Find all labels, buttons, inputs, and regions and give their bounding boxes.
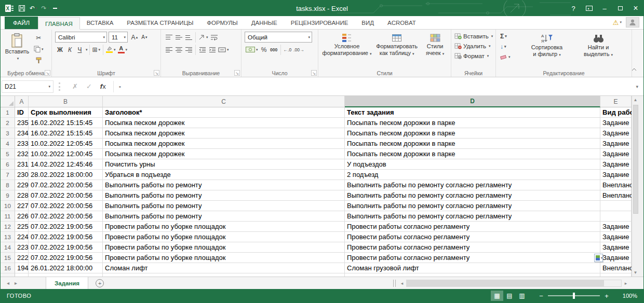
help-button[interactable]: ? [566, 1, 581, 16]
zoom-level[interactable]: 100% [614, 293, 637, 299]
cell-D11[interactable]: Выполнить работы по ремонту согласно рег… [345, 211, 600, 222]
row-header-1[interactable]: 1 [1, 107, 15, 118]
cell-D5[interactable]: Посыпать песком дорожки в парке [345, 149, 600, 159]
align-top-button[interactable] [164, 32, 174, 43]
cell-A12[interactable]: 225 [15, 222, 29, 232]
row-header-13[interactable]: 13 [1, 232, 15, 242]
cell-E4[interactable]: Задание [600, 139, 632, 149]
fill-color-button[interactable]: ▾ [105, 44, 117, 55]
cell-D15[interactable]: Провести работы согласно регламенту [345, 253, 600, 263]
cell-D7[interactable]: 2 подъезд [345, 170, 600, 180]
row-header-7[interactable]: 7 [1, 170, 15, 180]
cell-E14[interactable]: Задание [600, 242, 632, 253]
clear-button[interactable]: ▾ [499, 52, 520, 62]
tab-главная[interactable]: ГЛАВНАЯ [38, 17, 80, 30]
number-dialog-launcher[interactable]: ↘ [311, 70, 317, 76]
cell-A15[interactable]: 222 [15, 253, 29, 263]
cell-B17[interactable] [29, 273, 103, 277]
format-as-table-button[interactable]: Форматировать как таблицу▾ [372, 31, 421, 68]
align-left-button[interactable] [164, 44, 174, 55]
cell-B4[interactable]: 10.02.2022 12:05:45 [29, 139, 103, 149]
cell-A14[interactable]: 223 [15, 242, 29, 253]
cell-E11[interactable] [600, 211, 632, 222]
underline-button[interactable]: Ч [75, 44, 85, 55]
borders-button[interactable]: ⊞▾ [91, 44, 102, 55]
column-header-D[interactable]: D [345, 96, 600, 107]
cell-D4[interactable]: Посыпать песком дорожки в парке [345, 139, 600, 149]
cell-A10[interactable]: 227 [15, 201, 29, 211]
scroll-up-arrow[interactable]: ▲ [634, 96, 638, 104]
cell-C3[interactable]: Посыпка песком дорожек [103, 128, 345, 139]
tab-split-handle[interactable] [393, 280, 396, 287]
font-family-select[interactable]: Calibri▾ [55, 32, 107, 43]
cell-B12[interactable]: 07.02.2022 19:00:56 [29, 222, 103, 232]
row-header-6[interactable]: 6 [1, 159, 15, 170]
row-header-5[interactable]: 5 [1, 149, 15, 159]
cell-E13[interactable]: Задание [600, 232, 632, 242]
delete-cells-button[interactable]: Удалить▾ [454, 41, 493, 51]
cell-D1[interactable]: Текст задания [345, 107, 600, 118]
find-select-button[interactable]: Найти и выделить▾ [574, 31, 623, 68]
cell-B1[interactable]: Срок выполнения [29, 107, 103, 118]
tab-рецензирование[interactable]: РЕЦЕНЗИРОВАНИЕ [284, 17, 355, 29]
scroll-down-arrow[interactable]: ▼ [634, 269, 638, 277]
cell-C17[interactable] [103, 273, 345, 277]
horizontal-scroll-thumb[interactable] [407, 280, 604, 286]
comma-style-button[interactable]: 000 [269, 44, 279, 55]
shrink-font-button[interactable]: А▼ [140, 32, 150, 43]
insert-function-button[interactable]: fx [100, 82, 106, 90]
user-avatar[interactable] [626, 17, 639, 27]
cell-B8[interactable]: 07.02.2022 20:00:56 [29, 180, 103, 190]
grow-font-button[interactable]: А▲ [130, 32, 140, 43]
cell-E17[interactable] [600, 273, 632, 277]
cell-C8[interactable]: Выполнить работы по ремонту [103, 180, 345, 190]
accounting-format-button[interactable]: ▾ [245, 44, 259, 55]
zoom-in-button[interactable]: + [602, 292, 611, 300]
cell-B16[interactable]: 26.01.2022 18:00:00 [29, 263, 103, 273]
scroll-right-arrow[interactable]: ▸ [622, 281, 630, 286]
scroll-left-arrow[interactable]: ◂ [398, 281, 406, 286]
orientation-button[interactable]: ▾ [197, 32, 209, 43]
cell-B15[interactable]: 07.02.2022 19:00:56 [29, 253, 103, 263]
font-dialog-launcher[interactable]: ↘ [154, 70, 159, 76]
tab-вставка[interactable]: ВСТАВКА [80, 17, 120, 29]
format-cells-button[interactable]: Формат▾ [454, 51, 493, 61]
column-header-A[interactable]: A [15, 96, 29, 107]
alignment-dialog-launcher[interactable]: ↘ [234, 70, 240, 76]
cell-A6[interactable]: 231 [15, 159, 29, 170]
formula-bar-resize-handle[interactable] [59, 82, 61, 91]
column-header-C[interactable]: C [103, 96, 345, 107]
tab-acrobat[interactable]: ACROBAT [381, 17, 423, 29]
expand-formula-bar-button[interactable]: ▾ [636, 84, 638, 89]
name-box[interactable]: D21▾ [2, 80, 53, 93]
number-format-select[interactable]: Общий▾ [245, 32, 312, 43]
cell-B3[interactable]: 16.02.2022 15:15:45 [29, 128, 103, 139]
tab-файл[interactable]: ФАЙЛ [5, 17, 38, 29]
cell-C1[interactable]: Заголовок* [103, 107, 345, 118]
cell-E9[interactable]: Внеплановый [600, 190, 632, 201]
cell-D12[interactable]: Провести работы согласно регламенту [345, 222, 600, 232]
merge-center-button[interactable]: ▾ [217, 44, 230, 55]
cell-B10[interactable]: 07.02.2022 20:00:56 [29, 201, 103, 211]
next-sheet-button[interactable]: ▸ [15, 280, 17, 286]
italic-button[interactable]: К [65, 44, 75, 55]
cell-D6[interactable]: У подъездов [345, 159, 600, 170]
tab-данные[interactable]: ДАННЫЕ [245, 17, 284, 29]
tab-вид[interactable]: ВИД [355, 17, 381, 29]
zoom-slider[interactable] [548, 295, 600, 296]
cell-B6[interactable]: 14.02.2022 12:45:46 [29, 159, 103, 170]
copy-button[interactable]: ▾ [33, 44, 45, 54]
wrap-text-button[interactable] [209, 32, 219, 43]
paste-button[interactable]: Вставить ▾ [4, 31, 31, 68]
bold-button[interactable]: Ж [55, 44, 65, 55]
decrease-decimal-button[interactable]: .00→ [292, 44, 305, 55]
row-header-10[interactable]: 10 [1, 201, 15, 211]
align-bottom-button[interactable] [184, 32, 194, 43]
percent-style-button[interactable]: % [259, 44, 269, 55]
cell-C9[interactable]: Выполнить работы по ремонту [103, 190, 345, 201]
page-layout-view-button[interactable]: ▤ [503, 291, 516, 301]
cell-E2[interactable]: Задание [600, 118, 632, 128]
cell-A5[interactable]: 232 [15, 149, 29, 159]
zoom-slider-thumb[interactable] [573, 293, 575, 299]
prev-sheet-button[interactable]: ◂ [7, 280, 9, 286]
